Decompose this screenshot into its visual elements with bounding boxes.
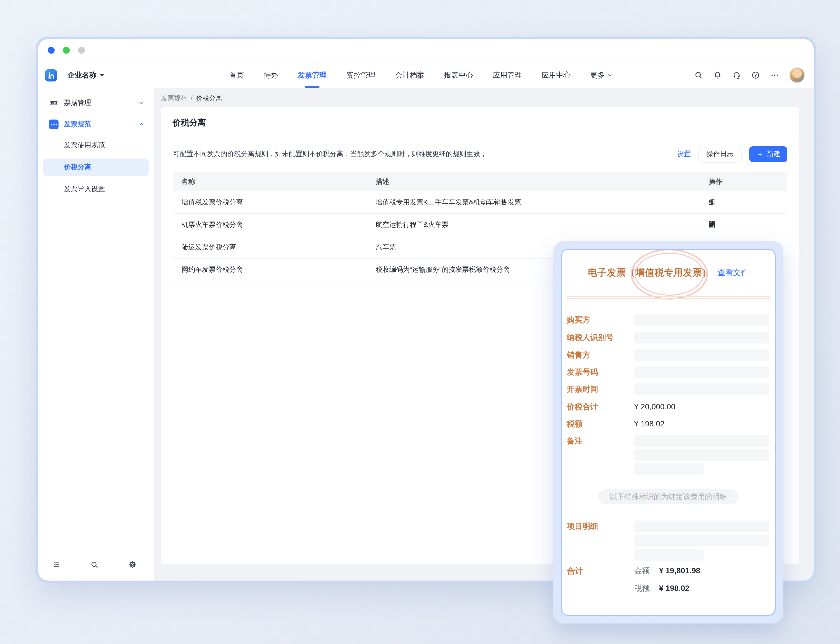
invoice-field-item-detail: 项目明细: [567, 521, 769, 532]
invoice-field-issue-time: 开票时间: [567, 383, 769, 395]
field-placeholder-bar: [634, 449, 769, 461]
apps-grid-icon: [49, 120, 59, 129]
field-placeholder-bar: [634, 314, 769, 326]
nav-item-accounting-archive[interactable]: 会计档案: [395, 62, 424, 88]
sidebar: 票据管理 发票规范 发票使用规范: [38, 88, 154, 581]
window-titlebar: [38, 39, 814, 62]
app-logo-icon[interactable]: [45, 69, 57, 81]
column-header-desc: 描述: [376, 172, 389, 191]
notification-bell-icon[interactable]: [713, 71, 722, 79]
breadcrumb-separator: /: [191, 94, 193, 103]
create-button[interactable]: ＋ 新建: [749, 146, 788, 162]
invoice-field-invoice-number: 发票号码: [567, 366, 769, 378]
table-row: 增值税发票价税分离 增值税专用发票&二手车车发票&机动车销售发票 编辑删除: [173, 191, 788, 214]
field-placeholder-bar: [634, 521, 769, 532]
sidebar-item-ticket-mgmt[interactable]: 票据管理: [38, 93, 154, 113]
nav-item-app-center[interactable]: 应用中心: [541, 62, 571, 88]
remark-placeholder-row: [567, 449, 769, 461]
headset-support-icon[interactable]: [732, 71, 741, 79]
help-icon[interactable]: ?: [751, 71, 760, 79]
field-placeholder-bar: [634, 383, 769, 395]
breadcrumb-parent[interactable]: 发票规范: [161, 94, 187, 103]
double-rule-line: [567, 298, 770, 299]
nav-item-home[interactable]: 首页: [229, 62, 244, 88]
sidebar-subitem-invoice-usage-spec[interactable]: 发票使用规范: [43, 136, 149, 154]
table-row: 机票火车票价税分离 航空运输行程单&火车票 编辑删除: [173, 214, 788, 236]
invoice-field-taxpayer-id: 纳税人识别号: [567, 332, 769, 343]
invoice-title-row: 电子发票（增值税专用发票） 查看文件: [562, 263, 774, 283]
sidebar-item-label: 票据管理: [64, 99, 91, 107]
search-icon[interactable]: [90, 560, 98, 569]
nav-item-invoice-mgmt[interactable]: 发票管理: [297, 62, 327, 88]
detail-placeholder-row: [567, 535, 769, 546]
bound-detail-note: 以下特殊标识的为绑定该费用的明细: [598, 490, 738, 504]
primary-nav: 首页 待办 发票管理 费控管理 会计档案 报表中心 应用管理 应用中心 更多: [229, 62, 613, 88]
nav-item-more[interactable]: 更多: [590, 62, 613, 88]
page-title: 价税分离: [173, 107, 206, 138]
nav-item-report-center[interactable]: 报表中心: [444, 62, 473, 88]
stage: 企业名称 首页 待办 发票管理 费控管理 会计档案 报表中心 应用管理 应用中心…: [0, 0, 840, 644]
column-header-ops: 操作: [709, 172, 722, 191]
nav-item-expense-mgmt[interactable]: 费控管理: [346, 62, 376, 88]
invoice-sum-tax-row: 税额 ¥ 198.02: [567, 583, 769, 594]
field-placeholder-bar: [634, 463, 704, 475]
topbar-actions: ?: [694, 62, 805, 88]
view-file-link[interactable]: 查看文件: [717, 268, 749, 278]
invoice-field-buyer: 购买方: [567, 314, 769, 326]
breadcrumb: 发票规范 / 价税分离: [161, 94, 222, 103]
detail-placeholder-row: [567, 549, 769, 560]
field-placeholder-bar: [634, 349, 769, 361]
brand-divider: [62, 71, 62, 79]
traffic-light-blue[interactable]: [48, 47, 55, 54]
nav-item-todo[interactable]: 待办: [263, 62, 278, 88]
field-placeholder-bar: [634, 435, 769, 447]
chevron-up-icon: [138, 121, 145, 128]
bound-detail-divider: 以下特殊标识的为绑定该费用的明细: [567, 490, 770, 504]
double-rule-line: [567, 296, 770, 296]
invoice-preview-overlay: 电子发票（增值税专用发票） 查看文件 购买方 纳税人识别号 销售方 发票号码 开…: [553, 241, 783, 624]
toolbar-actions: 设置 操作日志 ＋ 新建: [677, 146, 788, 162]
rule-description: 可配置不同发票的价税分离规则，如未配置则不价税分离；当触发多个规则时，则维度更细…: [173, 150, 487, 159]
operation-log-button[interactable]: 操作日志: [699, 146, 742, 163]
search-icon[interactable]: [694, 71, 703, 79]
invoice-field-remark: 备注: [567, 435, 769, 447]
traffic-lights: [48, 47, 85, 54]
ticket-icon: [49, 98, 59, 108]
sum-tax-value: ¥ 198.02: [659, 584, 689, 593]
sum-amount-value: ¥ 19,801.98: [659, 567, 700, 575]
sidebar-item-invoice-spec[interactable]: 发票规范: [38, 115, 154, 134]
sidebar-item-label: 发票规范: [64, 120, 91, 129]
invoice-field-tax-amount: 税额¥ 198.02: [567, 418, 769, 430]
traffic-light-green[interactable]: [63, 47, 70, 54]
company-switcher[interactable]: 企业名称: [67, 71, 104, 80]
collapse-sidebar-icon[interactable]: [52, 560, 61, 569]
table-header-row: 名称 描述 操作: [173, 172, 788, 191]
traffic-light-gray[interactable]: [78, 47, 85, 54]
remark-placeholder-row: [567, 463, 769, 475]
nav-item-app-mgmt[interactable]: 应用管理: [493, 62, 522, 88]
invoice-card: 电子发票（增值税专用发票） 查看文件 购买方 纳税人识别号 销售方 发票号码 开…: [561, 249, 776, 616]
user-avatar[interactable]: [789, 67, 805, 83]
field-placeholder-bar: [634, 366, 769, 378]
field-placeholder-bar: [634, 535, 769, 546]
chevron-down-icon: [607, 72, 613, 78]
column-header-name: 名称: [182, 172, 195, 191]
chevron-down-icon: [100, 74, 104, 77]
invoice-field-seller: 销售方: [567, 349, 769, 361]
chevron-down-icon: [138, 100, 145, 106]
invoice-field-total-with-tax: 价税合计¥ 20,000.00: [567, 401, 769, 413]
settings-gear-icon[interactable]: [128, 560, 136, 569]
brand-area: 企业名称: [45, 62, 104, 88]
top-navbar: 企业名称 首页 待办 发票管理 费控管理 会计档案 报表中心 应用管理 应用中心…: [38, 62, 814, 88]
invoice-sum-amount-row: 合计 金额 ¥ 19,801.98: [567, 565, 769, 577]
sidebar-subitem-invoice-import-settings[interactable]: 发票导入设置: [43, 181, 149, 198]
sidebar-subitem-tax-price-separation[interactable]: 价税分离: [43, 159, 149, 176]
toolbar-row: 可配置不同发票的价税分离规则，如未配置则不价税分离；当触发多个规则时，则维度更细…: [173, 146, 788, 162]
sidebar-footer: [38, 548, 154, 581]
plus-icon: ＋: [756, 150, 764, 158]
card-header: 价税分离: [161, 107, 799, 138]
total-with-tax-value: ¥ 20,000.00: [634, 402, 675, 411]
field-placeholder-bar: [634, 332, 769, 343]
more-ellipsis-icon[interactable]: [770, 71, 779, 79]
settings-link[interactable]: 设置: [677, 150, 691, 159]
